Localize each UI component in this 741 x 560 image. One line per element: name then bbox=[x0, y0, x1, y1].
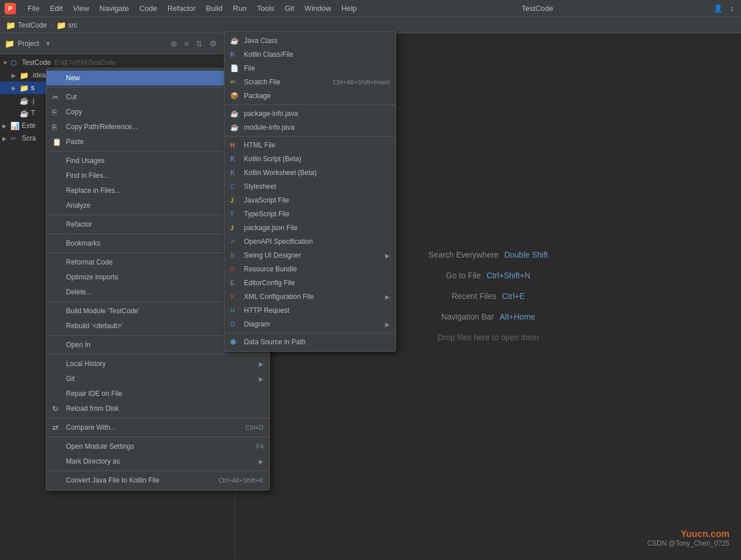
ctx-item-repair[interactable]: Repair IDE on File bbox=[46, 386, 269, 401]
submenu-label-stylesheet: Stylesheet bbox=[244, 182, 390, 190]
breadcrumb-src-label[interactable]: src bbox=[68, 21, 77, 29]
tree-path: E:\练习代码\TestCode bbox=[55, 59, 116, 67]
reload-icon: ↻ bbox=[52, 405, 63, 413]
submenu-package-json[interactable]: J package.json File bbox=[224, 221, 395, 235]
submenu-kotlin-class[interactable]: K Kotlin Class/File bbox=[224, 48, 395, 61]
submenu-label-html: HTML File bbox=[244, 141, 390, 149]
ctx-item-git[interactable]: Git ▶ bbox=[46, 371, 269, 386]
submenu-java-class[interactable]: ☕ Java Class bbox=[224, 34, 395, 48]
ctx-shortcut-convert-java: Ctrl+Alt+Shift+K bbox=[218, 477, 263, 484]
submenu-datasource[interactable]: ⬢ Data Source in Path bbox=[224, 335, 395, 349]
menu-git[interactable]: Git bbox=[280, 3, 299, 14]
recent-files-label: Recent Files bbox=[452, 291, 496, 301]
submenu-label-scratch: Scratch File bbox=[244, 78, 333, 86]
submenu-label-xml: XML Configuration File bbox=[244, 293, 383, 301]
collapse-icon[interactable]: ≡ bbox=[183, 38, 191, 49]
nav-bar-key: Alt+Home bbox=[499, 312, 535, 321]
kotlin-class-icon: K bbox=[230, 50, 240, 59]
submenu-swing[interactable]: S Swing UI Designer ▶ bbox=[224, 248, 395, 262]
breadcrumb-project[interactable]: 📁 TestCode bbox=[6, 21, 47, 30]
submenu-diagram[interactable]: D Diagram ▶ bbox=[224, 317, 395, 331]
submenu-module-info[interactable]: ☕ module-info.java bbox=[224, 120, 395, 134]
menu-run[interactable]: Run bbox=[228, 3, 251, 14]
mark-dir-arrow-icon: ▶ bbox=[259, 458, 263, 465]
xml-icon: X bbox=[230, 293, 240, 300]
submenu-resource[interactable]: R Resource Bundle bbox=[224, 262, 395, 276]
editorconfig-icon: E bbox=[230, 279, 240, 286]
tree-label-external: Exte bbox=[22, 122, 36, 130]
title-right-icons: 👤 ↕ bbox=[713, 4, 736, 13]
submenu-xml[interactable]: X XML Configuration File ▶ bbox=[224, 290, 395, 304]
submenu-kotlin-script[interactable]: K Kotlin Script (Beta) bbox=[224, 152, 395, 166]
user-icon[interactable]: 👤 bbox=[713, 4, 723, 13]
ctx-label-module-settings: Open Module Settings bbox=[66, 442, 256, 450]
tree-item-testcode[interactable]: ▼ ⬡ TestCode E:\练习代码\TestCode bbox=[0, 56, 235, 69]
ctx-label-optimize: Optimize Imports bbox=[66, 273, 234, 281]
ctx-label-git: Git bbox=[66, 375, 257, 383]
ctx-label-convert-java: Convert Java File to Kotlin File bbox=[66, 476, 218, 484]
menu-build[interactable]: Build bbox=[201, 3, 227, 14]
submenu-stylesheet[interactable]: C Stylesheet bbox=[224, 180, 395, 193]
diagram-arrow: ▶ bbox=[385, 321, 390, 328]
submenu-label-openapi: OpenAPI Specification bbox=[244, 238, 390, 246]
datasource-icon: ⬢ bbox=[230, 338, 240, 346]
ctx-sep-10 bbox=[46, 437, 269, 437]
menu-window[interactable]: Window bbox=[300, 3, 336, 14]
openapi-icon: ✓ bbox=[230, 238, 240, 246]
tree-label-src: s bbox=[31, 84, 34, 92]
submenu-js[interactable]: J JavaScript File bbox=[224, 193, 395, 207]
ctx-item-reload[interactable]: ↻ Reload from Disk bbox=[46, 401, 269, 416]
package-json-icon: J bbox=[230, 224, 240, 231]
menu-bar: File Edit View Navigate Code Refactor Bu… bbox=[23, 3, 362, 14]
ctx-label-cut: Cut bbox=[66, 93, 246, 101]
ctx-item-mark-dir[interactable]: Mark Directory as ▶ bbox=[46, 454, 269, 469]
menu-file[interactable]: File bbox=[23, 3, 44, 14]
submenu-package-info[interactable]: ☕ package-info.java bbox=[224, 107, 395, 120]
panel-dropdown-arrow[interactable]: ▼ bbox=[45, 40, 51, 47]
submenu-ts[interactable]: T TypeScript File bbox=[224, 207, 395, 221]
submenu-editorconfig[interactable]: E EditorConfig File bbox=[224, 276, 395, 290]
gear-icon[interactable]: ⚙ bbox=[208, 38, 219, 49]
panel-folder-icon: 📁 bbox=[5, 39, 14, 48]
submenu-scratch[interactable]: ✏ Scratch File Ctrl+Alt+Shift+Insert bbox=[224, 75, 395, 89]
ctx-item-local-history[interactable]: Local History ▶ bbox=[46, 356, 269, 371]
expand-icon[interactable]: ⇅ bbox=[194, 38, 204, 49]
submenu-label-datasource: Data Source in Path bbox=[244, 338, 390, 346]
cut-icon: ✂ bbox=[52, 93, 63, 102]
menu-refactor[interactable]: Refactor bbox=[163, 3, 200, 14]
git-arrow-icon: ▶ bbox=[259, 376, 263, 382]
ctx-label-replace: Replace in Files... bbox=[66, 186, 229, 195]
compare-icon: ⇄ bbox=[52, 423, 63, 432]
submenu-package[interactable]: 📦 Package bbox=[224, 89, 395, 103]
menu-code[interactable]: Code bbox=[135, 3, 162, 14]
main-layout: 📁 Project ▼ ⊕ ≡ ⇅ ⚙ − ▼ ⬡ TestCode E:\练习… bbox=[0, 33, 741, 559]
ctx-item-module-settings[interactable]: Open Module Settings F4 bbox=[46, 439, 269, 454]
menu-help[interactable]: Help bbox=[337, 3, 362, 14]
breadcrumb-src[interactable]: 📁 src bbox=[56, 21, 77, 30]
menu-view[interactable]: View bbox=[68, 3, 94, 14]
ctx-item-convert-java[interactable]: Convert Java File to Kotlin File Ctrl+Al… bbox=[46, 473, 269, 488]
shortcut-search-everywhere: Search Everywhere Double Shift bbox=[428, 250, 548, 259]
submenu-http[interactable]: H HTTP Request bbox=[224, 304, 395, 317]
submenu-openapi[interactable]: ✓ OpenAPI Specification bbox=[224, 235, 395, 248]
ctx-item-compare[interactable]: ⇄ Compare With... Ctrl+D bbox=[46, 420, 269, 435]
title-bar: P File Edit View Navigate Code Refactor … bbox=[0, 0, 741, 17]
submenu-label-module-info: module-info.java bbox=[244, 123, 390, 131]
locate-icon[interactable]: ⊕ bbox=[169, 38, 179, 49]
sync-icon[interactable]: ↕ bbox=[727, 4, 736, 13]
menu-tools[interactable]: Tools bbox=[253, 3, 279, 14]
menu-navigate[interactable]: Navigate bbox=[95, 3, 133, 14]
submenu-html[interactable]: H HTML File bbox=[224, 138, 395, 152]
ctx-sep-11 bbox=[46, 470, 269, 471]
submenu-file[interactable]: 📄 File bbox=[224, 61, 395, 75]
menu-edit[interactable]: Edit bbox=[45, 3, 67, 14]
nav-bar-label: Navigation Bar bbox=[441, 312, 494, 321]
submenu-kotlin-worksheet[interactable]: K Kotlin Worksheet (Beta) bbox=[224, 166, 395, 180]
tree-label-scratches: Scra bbox=[22, 134, 36, 142]
file-icon-t: ☕ bbox=[20, 109, 29, 118]
breadcrumb-testcode[interactable]: TestCode bbox=[18, 21, 47, 29]
submenu-new: ☕ Java Class K Kotlin Class/File 📄 File … bbox=[224, 31, 396, 352]
submenu-label-editorconfig: EditorConfig File bbox=[244, 279, 390, 287]
goto-file-label: Go to File bbox=[446, 271, 481, 280]
scratch-icon: ✏ bbox=[10, 134, 20, 143]
